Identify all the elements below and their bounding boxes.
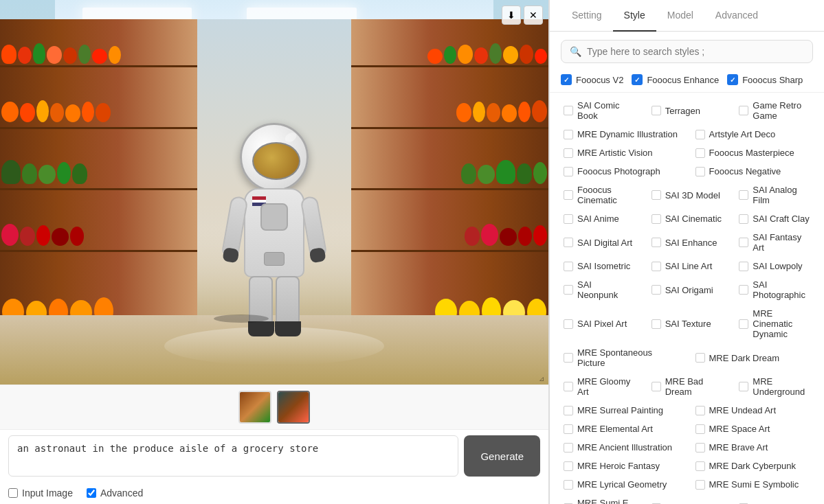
style-checkbox[interactable]	[564, 130, 573, 139]
style-item[interactable]: MRE Dark Cyberpunk	[693, 457, 814, 474]
style-checkbox[interactable]	[739, 214, 748, 224]
prompt-input[interactable]	[8, 435, 458, 477]
style-item[interactable]: MRE Surreal Painting	[561, 402, 682, 419]
tab-setting[interactable]: Setting	[561, 0, 613, 32]
style-checkbox[interactable]	[564, 262, 573, 271]
style-item[interactable]: MRE Cinematic Dynamic	[736, 305, 813, 343]
style-checkbox[interactable]	[652, 285, 661, 295]
style-item[interactable]: MRE Artistic Vision	[561, 144, 682, 161]
tab-model[interactable]: Model	[656, 0, 704, 32]
style-item[interactable]: SAI Photographic	[736, 276, 813, 303]
style-item[interactable]: SAI Enhance	[649, 234, 726, 251]
style-checkbox[interactable]	[564, 190, 573, 200]
style-checkbox[interactable]	[739, 262, 748, 271]
style-checkbox[interactable]	[695, 406, 705, 415]
style-item[interactable]: SAI Cinematic	[649, 210, 726, 227]
advanced-checkbox[interactable]	[87, 488, 96, 498]
style-checkbox[interactable]	[564, 480, 573, 490]
style-item[interactable]: SAI Analog Film	[736, 181, 813, 209]
style-checkbox[interactable]	[695, 480, 705, 490]
style-item[interactable]: MRE Gloomy Art	[561, 373, 638, 400]
style-checkbox[interactable]	[695, 461, 705, 471]
style-item[interactable]: SAI Origami	[649, 282, 726, 299]
style-item[interactable]: SAI Anime	[561, 210, 638, 227]
style-checkbox[interactable]	[652, 262, 661, 271]
style-checkbox[interactable]	[564, 106, 573, 115]
badge-fooocus-enhance[interactable]: Fooocus Enhance	[632, 74, 719, 85]
style-item[interactable]: SAI 3D Model	[649, 187, 726, 204]
style-item[interactable]: MRE Manga	[649, 500, 726, 505]
style-item[interactable]: MRE Underground	[736, 373, 813, 400]
resize-handle[interactable]: ⊿	[539, 375, 547, 383]
style-checkbox[interactable]	[652, 319, 661, 329]
style-item[interactable]: SAI Craft Clay	[736, 210, 813, 227]
input-image-checkbox-label[interactable]: Input Image	[8, 488, 73, 499]
style-item[interactable]: SAI Lowpoly	[736, 257, 813, 275]
style-item[interactable]: MRE Dark Dream	[693, 350, 814, 367]
input-image-checkbox[interactable]	[8, 488, 18, 498]
style-item[interactable]: SAI Pixel Art	[561, 315, 638, 332]
style-checkbox[interactable]	[564, 382, 573, 391]
download-button[interactable]: ⬇	[502, 5, 521, 25]
style-item[interactable]: MRE Sumi E Symbolic	[693, 476, 814, 493]
style-checkbox[interactable]	[652, 382, 661, 391]
style-item[interactable]: Game Retro Game	[736, 97, 813, 124]
generate-button[interactable]: Generate	[464, 435, 540, 477]
style-item[interactable]: SAI Isometric	[561, 257, 638, 275]
badge-fooocus-sharp[interactable]: Fooocus Sharp	[727, 74, 803, 85]
style-item[interactable]: Fooocus Photograph	[561, 163, 682, 180]
close-button[interactable]: ✕	[524, 5, 543, 25]
style-checkbox[interactable]	[652, 214, 661, 224]
style-item[interactable]: MRE Heroic Fantasy	[561, 457, 682, 474]
style-item[interactable]: Artstyle Art Deco	[693, 126, 814, 143]
style-item[interactable]: SAI Comic Book	[561, 97, 638, 124]
style-checkbox[interactable]	[695, 443, 705, 453]
style-checkbox[interactable]	[695, 148, 705, 158]
style-checkbox[interactable]	[564, 443, 573, 453]
tab-advanced[interactable]: Advanced	[704, 0, 769, 32]
style-checkbox[interactable]	[695, 424, 705, 434]
style-checkbox[interactable]	[739, 238, 748, 247]
style-checkbox[interactable]	[564, 238, 573, 247]
style-item[interactable]: MRE Spontaneous Picture	[561, 344, 682, 371]
style-item[interactable]: SAI Neonpunk	[561, 276, 638, 303]
style-checkbox[interactable]	[739, 106, 748, 115]
style-item[interactable]: SAI Texture	[649, 315, 726, 332]
style-checkbox[interactable]	[564, 214, 573, 224]
style-item[interactable]: MRE Ancient Illustration	[561, 439, 682, 456]
style-item[interactable]: Terragen	[649, 102, 726, 119]
style-item[interactable]: MRE Undead Art	[693, 402, 814, 419]
style-item[interactable]: MRE Brave Art	[693, 439, 814, 456]
advanced-checkbox-label[interactable]: Advanced	[87, 488, 143, 499]
badge-fooocus-v2[interactable]: Fooocus V2	[561, 74, 623, 85]
style-checkbox[interactable]	[739, 285, 748, 295]
style-checkbox[interactable]	[652, 106, 661, 115]
style-item[interactable]: MRE Bad Dream	[649, 373, 726, 400]
style-checkbox[interactable]	[564, 353, 573, 363]
style-checkbox[interactable]	[564, 424, 573, 434]
style-checkbox[interactable]	[695, 353, 705, 363]
style-item[interactable]: SAI Line Art	[649, 257, 726, 275]
style-checkbox[interactable]	[564, 406, 573, 415]
style-checkbox[interactable]	[564, 167, 573, 176]
style-checkbox[interactable]	[564, 319, 573, 329]
style-checkbox[interactable]	[564, 148, 573, 158]
style-checkbox[interactable]	[652, 190, 661, 200]
style-item[interactable]: MRE Lyrical Geometry	[561, 476, 682, 493]
style-checkbox[interactable]	[739, 382, 748, 391]
style-item[interactable]: SAI Fantasy Art	[736, 229, 813, 256]
style-checkbox[interactable]	[739, 319, 748, 329]
style-item[interactable]: MRE Space Art	[693, 420, 814, 437]
style-checkbox[interactable]	[652, 238, 661, 247]
thumbnail-2[interactable]	[277, 391, 310, 424]
style-item[interactable]: MRE Anime	[736, 500, 813, 505]
style-item[interactable]: Fooocus Negative	[693, 163, 814, 180]
style-item[interactable]: SAI Digital Art	[561, 234, 638, 251]
style-item[interactable]: MRE Dynamic Illustration	[561, 126, 682, 143]
style-item[interactable]: Fooocus Cinematic	[561, 181, 638, 209]
tab-style[interactable]: Style	[613, 0, 656, 32]
style-checkbox[interactable]	[695, 167, 705, 176]
style-item[interactable]: MRE Sumi E Detailed	[561, 494, 638, 504]
thumbnail-1[interactable]	[238, 391, 271, 424]
style-item[interactable]: MRE Elemental Art	[561, 420, 682, 437]
